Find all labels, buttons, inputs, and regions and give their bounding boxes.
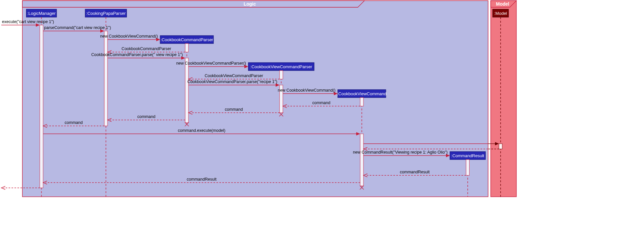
svg-rect-0 — [22, 1, 488, 197]
svg-rect-26 — [40, 25, 43, 188]
svg-rect-33 — [360, 134, 363, 186]
svg-text::Model: :Model — [494, 11, 507, 16]
svg-text:CookbookViewCommandParser.pars: CookbookViewCommandParser.parse("recipe … — [187, 79, 277, 84]
head-command-result: :CommandResult — [450, 152, 485, 160]
svg-marker-2 — [22, 1, 364, 7]
head-model: :Model — [493, 9, 508, 17]
svg-text::CookingPapaParser: :CookingPapaParser — [86, 11, 126, 16]
svg-text::LogicManager: :LogicManager — [27, 11, 56, 16]
svg-text:new CookbookViewCommandParser(: new CookbookViewCommandParser() — [176, 61, 246, 66]
svg-text::CookbookCommandParser: :CookbookCommandParser — [161, 37, 213, 42]
svg-rect-34 — [499, 144, 502, 149]
svg-text:CookbookCommandParser: CookbookCommandParser — [122, 46, 171, 51]
svg-rect-35 — [466, 160, 469, 175]
head-cookbook-command-parser: :CookbookCommandParser — [160, 36, 213, 44]
svg-text::CommandResult: :CommandResult — [451, 153, 484, 158]
svg-text:command: command — [225, 107, 243, 112]
svg-rect-27 — [104, 31, 108, 126]
head-cookbook-view-command: :CookbookViewCommand — [337, 90, 386, 98]
frame-logic: Logic — [22, 1, 488, 197]
svg-text:new CookbookViewCommand(): new CookbookViewCommand() — [100, 34, 158, 39]
svg-text:command.execute(model): command.execute(model) — [178, 128, 226, 133]
frame-model: Model — [491, 1, 516, 197]
svg-text:command: command — [137, 114, 156, 119]
frame-logic-title: Logic — [244, 1, 256, 7]
head-cooking-papa-parser: :CookingPapaParser — [85, 9, 127, 17]
svg-text:execute("cart view recipe 1"): execute("cart view recipe 1") — [2, 19, 54, 24]
svg-rect-3 — [491, 1, 516, 197]
svg-text:CookbookCommandParser.parse(" : CookbookCommandParser.parse(" view recip… — [91, 52, 183, 57]
svg-text:commandResult: commandResult — [187, 177, 217, 182]
svg-rect-29 — [185, 58, 188, 123]
svg-text:commandResult: commandResult — [400, 170, 430, 174]
svg-rect-28 — [185, 44, 188, 52]
head-logic-manager: :LogicManager — [26, 9, 57, 17]
svg-text::CookbookViewCommandParser: :CookbookViewCommandParser — [250, 64, 312, 69]
svg-rect-30 — [280, 71, 283, 79]
svg-text:command: command — [312, 101, 331, 105]
svg-text::CookbookViewCommand: :CookbookViewCommand — [337, 91, 386, 96]
sequence-diagram: Logic Model :LogicManager :CookingPapaPa… — [0, 0, 644, 235]
svg-rect-32 — [360, 98, 363, 106]
head-cookbook-view-command-parser: :CookbookViewCommandParser — [248, 63, 314, 71]
svg-text:command: command — [65, 120, 83, 125]
svg-text:new CommandResult("Viewing rec: new CommandResult("Viewing recipe 1: Agl… — [353, 150, 448, 155]
svg-text:new CookbookViewCommand(): new CookbookViewCommand() — [278, 88, 335, 93]
svg-text:CookbookViewCommandParser: CookbookViewCommandParser — [205, 73, 263, 78]
svg-text:parseCommand("cart view recipe: parseCommand("cart view recipe 1") — [44, 25, 111, 30]
frame-model-title: Model — [496, 1, 509, 7]
